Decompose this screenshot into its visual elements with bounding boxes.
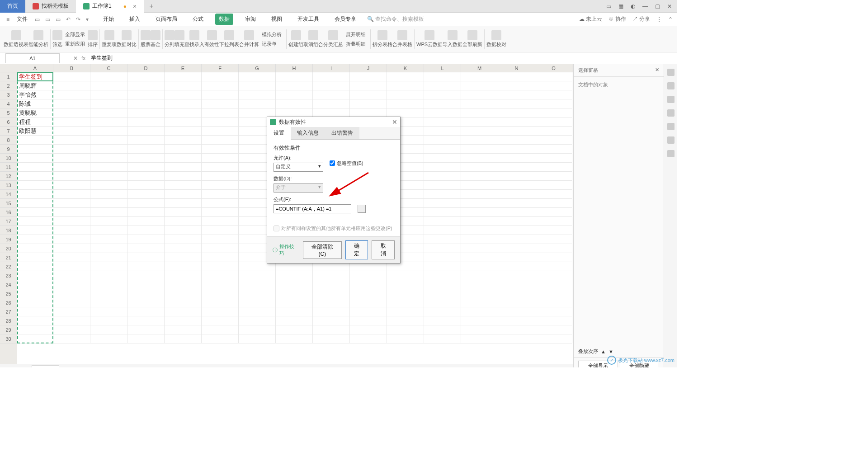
cell[interactable] [535,136,572,145]
cell[interactable] [17,154,53,163]
cell[interactable] [239,289,276,298]
cell[interactable] [127,181,165,190]
ribbon-subtotal[interactable]: 分类汇总 [323,30,343,48]
cell[interactable] [387,90,424,99]
cell[interactable] [313,280,350,289]
up-icon[interactable]: ▲ [601,349,606,354]
vtool-icon[interactable] [667,136,675,144]
cell[interactable] [276,325,313,334]
col-header[interactable]: B [53,64,90,72]
cell[interactable] [313,334,350,343]
fx-cancel-icon[interactable]: ✕ [73,55,78,61]
cell[interactable] [17,298,53,307]
vtool-select-icon[interactable] [667,82,675,89]
row-header[interactable]: 12 [0,172,17,181]
cell[interactable] [165,271,202,280]
cell[interactable] [127,271,165,280]
formula-input[interactable] [274,204,351,213]
cell[interactable] [461,298,498,307]
cell[interactable] [498,244,535,253]
cell[interactable] [424,190,461,199]
ribbon-dropdown[interactable]: 下拉列表 [219,30,239,48]
cell[interactable] [90,81,127,90]
cell[interactable] [461,280,498,289]
cell[interactable] [350,99,387,108]
cell[interactable] [424,154,461,163]
tab-templates[interactable]: 找稻壳模板 [25,0,76,13]
cell[interactable] [165,99,202,108]
cell[interactable] [90,325,127,334]
share-button[interactable]: ↗ 分享 [632,15,650,23]
cell[interactable] [424,253,461,262]
cell[interactable] [127,72,165,81]
cell[interactable] [461,81,498,90]
cell[interactable] [17,199,53,208]
cell[interactable]: 学生签到 [17,72,53,81]
vtool-icon[interactable] [667,69,675,76]
cell[interactable] [127,163,165,172]
cell[interactable] [127,81,165,90]
row-header[interactable]: 20 [0,244,17,253]
cell[interactable] [202,118,239,127]
cell[interactable] [53,181,90,190]
cell[interactable] [424,316,461,325]
cell[interactable] [53,316,90,325]
cell[interactable] [535,181,572,190]
dialog-tab-error[interactable]: 出错警告 [325,127,359,139]
cell[interactable] [90,316,127,325]
cell[interactable] [127,190,165,199]
row-header[interactable]: 23 [0,271,17,280]
col-header[interactable]: N [498,64,535,72]
cell[interactable] [498,127,535,136]
cell[interactable] [424,127,461,136]
cell[interactable] [90,190,127,199]
cell[interactable] [202,154,239,163]
ignore-blank-checkbox[interactable]: 忽略空值(B) [330,160,363,167]
cell[interactable] [127,298,165,307]
cell[interactable] [535,118,572,127]
cell[interactable] [535,154,572,163]
row-header[interactable]: 30 [0,334,17,343]
cell[interactable] [17,235,53,244]
down-icon[interactable]: ▼ [609,349,613,354]
cell[interactable] [461,90,498,99]
ribbon-mergesheet[interactable]: 合并表格 [392,30,412,48]
cell[interactable] [276,262,313,271]
cell[interactable] [387,108,424,118]
cell[interactable] [53,262,90,271]
cell[interactable] [165,163,202,172]
cell[interactable] [498,154,535,163]
cell[interactable] [202,208,239,217]
cell[interactable] [53,244,90,253]
cell[interactable] [53,217,90,226]
cell[interactable] [202,289,239,298]
row-header[interactable]: 27 [0,307,17,316]
cell[interactable] [165,172,202,181]
cell[interactable] [498,90,535,99]
cell[interactable] [535,127,572,136]
cell[interactable] [424,145,461,154]
cell[interactable] [461,108,498,118]
cell[interactable] [165,136,202,145]
cell[interactable] [90,253,127,262]
ribbon-compare[interactable]: 数据对比 [117,30,137,48]
cell[interactable] [276,108,313,118]
menu-tab-layout[interactable]: 页面布局 [152,14,181,25]
cell[interactable] [165,154,202,163]
row-header[interactable]: 9 [0,145,17,154]
cell[interactable] [387,289,424,298]
cell[interactable] [424,262,461,271]
cell[interactable] [498,145,535,154]
close-icon[interactable]: × [133,3,137,10]
cell[interactable] [387,271,424,280]
cell[interactable] [90,99,127,108]
cell[interactable] [424,136,461,145]
vtool-icon[interactable] [667,123,675,130]
col-header[interactable]: A [17,64,53,72]
ribbon-expand[interactable]: 展开明细 [343,30,368,39]
cell[interactable] [165,72,202,81]
cell[interactable] [165,253,202,262]
cell[interactable] [53,280,90,289]
cell[interactable] [17,325,53,334]
cell[interactable] [165,181,202,190]
